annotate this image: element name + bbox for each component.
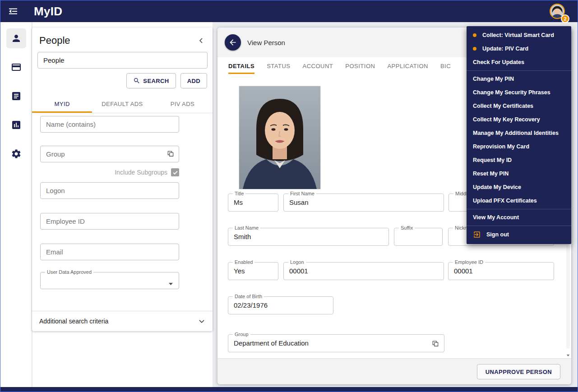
menu-item-check-for-updates[interactable]: Check For Updates (467, 55, 571, 69)
back-button[interactable] (225, 34, 241, 51)
panel-title: People (39, 35, 70, 46)
dropdown-caret-icon (168, 279, 173, 287)
menu-item-sign-out[interactable]: Sign out (467, 227, 571, 242)
nav-cards[interactable] (6, 57, 26, 77)
card-icon (11, 62, 22, 73)
menu-divider (467, 209, 571, 209)
group-input-wrap (40, 146, 179, 162)
unapprove-person-button[interactable]: UNAPPROVE PERSON (477, 364, 560, 379)
menu-item-manage-my-additional-identities[interactable]: Manage My Additional Identities (467, 126, 571, 140)
nav-reports[interactable] (6, 86, 26, 106)
menu-item-label: Request My ID (473, 157, 512, 163)
myid-app: MyID 2 People (0, 0, 578, 392)
field-date-of-birth[interactable]: Date of Birth 02/23/1976 (228, 296, 333, 314)
name-contains-input[interactable] (40, 116, 179, 133)
include-subgroups-checkbox[interactable] (171, 168, 179, 176)
user-data-approved-label: User Data Approved (45, 269, 93, 275)
menu-item-label: Reset My PIN (473, 171, 509, 177)
field-group[interactable]: Group Department of Education (228, 334, 444, 352)
search-button[interactable]: SEARCH (126, 73, 176, 88)
additional-search-criteria[interactable]: Additional search criteria (32, 311, 213, 331)
menu-item-request-my-id[interactable]: Request My ID (467, 153, 571, 167)
include-subgroups-label: Include Subgroups (115, 169, 167, 176)
menu-item-label: Collect My Certificates (473, 103, 533, 109)
field-logon-label: Logon (288, 259, 306, 265)
browse-group-icon[interactable] (166, 150, 175, 160)
field-last-name-label: Last Name (233, 225, 260, 231)
add-button-label: ADD (187, 78, 200, 84)
tab-default-ads[interactable]: DEFAULT ADS (92, 96, 152, 113)
menu-item-upload-pfx-certificates[interactable]: Upload PFX Certificates (467, 194, 571, 208)
employee-id-input[interactable] (40, 213, 179, 230)
browse-group-icon[interactable] (431, 340, 439, 350)
tab-account[interactable]: ACCOUNT (303, 63, 333, 74)
menu-item-label: Update: PIV Card (482, 46, 528, 52)
menu-item-collect-virtual-smart-card[interactable]: Collect: Virtual Smart Card (467, 28, 571, 42)
field-dob-value: 02/23/1976 (228, 297, 333, 314)
menu-item-change-my-security-phrases[interactable]: Change My Security Phrases (467, 86, 571, 99)
menu-item-label: Change My PIN (473, 76, 514, 82)
nav-people[interactable] (6, 28, 26, 48)
email-input[interactable] (40, 244, 179, 260)
check-icon (172, 170, 178, 175)
tab-piv-ads[interactable]: PIV ADS (153, 96, 213, 113)
field-group-value: Department of Education (228, 335, 444, 352)
user-data-approved-select[interactable]: User Data Approved (40, 272, 179, 289)
group-input[interactable] (40, 146, 179, 162)
category-input[interactable] (37, 52, 208, 69)
field-suffix[interactable]: Suffix (394, 228, 443, 246)
app-title: MyID (34, 5, 62, 18)
nav-settings[interactable] (6, 144, 26, 164)
field-first-name[interactable]: First Name Susan (283, 194, 444, 212)
field-employee-id-value: 00001 (449, 263, 554, 280)
chevron-left-icon (197, 36, 206, 45)
menu-item-label: Change My Security Phrases (473, 89, 550, 96)
tab-application[interactable]: APPLICATION (387, 63, 428, 74)
user-menu: Collect: Virtual Smart Card Update: PIV … (467, 26, 571, 244)
add-button[interactable]: ADD (180, 73, 207, 88)
person-icon (11, 33, 22, 44)
field-title[interactable]: Title Ms (228, 194, 278, 212)
tab-biometrics[interactable]: BIC (440, 63, 451, 74)
menu-item-label: Check For Updates (473, 59, 524, 65)
menu-item-label: Manage My Additional Identities (473, 130, 559, 136)
scroll-down-icon[interactable] (566, 350, 570, 359)
notification-badge[interactable]: 2 (561, 14, 569, 23)
collapse-panel-button[interactable] (195, 35, 207, 46)
tab-status[interactable]: STATUS (267, 63, 290, 74)
tab-position[interactable]: POSITION (345, 63, 375, 74)
chevron-down-icon (197, 317, 206, 326)
bottom-bar (0, 387, 578, 392)
view-person-footer: UNAPPROVE PERSON (217, 358, 571, 384)
menu-item-collect-my-key-recovery[interactable]: Collect My Key Recovery (467, 113, 571, 126)
sign-out-icon (473, 231, 481, 239)
menu-item-reset-my-pin[interactable]: Reset My PIN (467, 167, 571, 180)
menu-item-view-my-account[interactable]: View My Account (467, 211, 571, 224)
bar-chart-icon (11, 120, 22, 130)
menu-item-collect-my-certificates[interactable]: Collect My Certificates (467, 99, 571, 113)
menu-item-update-piv-card[interactable]: Update: PIV Card (467, 42, 571, 55)
tab-myid[interactable]: MYID (32, 96, 92, 113)
menu-toggle-icon[interactable] (4, 2, 22, 20)
list-icon (11, 91, 22, 101)
menu-item-reprovision-my-card[interactable]: Reprovision My Card (467, 140, 571, 153)
field-last-name[interactable]: Last Name Smith (228, 228, 389, 246)
field-employee-id-label: Employee ID (453, 259, 485, 265)
field-employee-id[interactable]: Employee ID 00001 (448, 262, 554, 280)
menu-item-label: Upload PFX Certificates (473, 198, 537, 204)
menu-item-label: Sign out (486, 231, 509, 238)
menu-item-change-my-pin[interactable]: Change My PIN (467, 72, 571, 86)
field-title-label: Title (233, 191, 245, 196)
field-enabled[interactable]: Enabled Yes (228, 262, 278, 280)
logon-input[interactable] (40, 182, 179, 199)
nav-statistics[interactable] (6, 115, 26, 135)
pending-dot-icon (473, 33, 476, 37)
menu-item-update-my-device[interactable]: Update My Device (467, 180, 571, 194)
field-dob-label: Date of Birth (233, 294, 264, 299)
tab-details[interactable]: DETAILS (228, 63, 254, 74)
page-title: View Person (247, 28, 285, 57)
people-search-panel: People SEARCH ADD MYID DEFAULT ADS PIV A… (32, 28, 213, 331)
search-icon (133, 77, 140, 84)
field-logon[interactable]: Logon 00001 (283, 262, 444, 280)
directory-tabs: MYID DEFAULT ADS PIV ADS (32, 96, 213, 113)
